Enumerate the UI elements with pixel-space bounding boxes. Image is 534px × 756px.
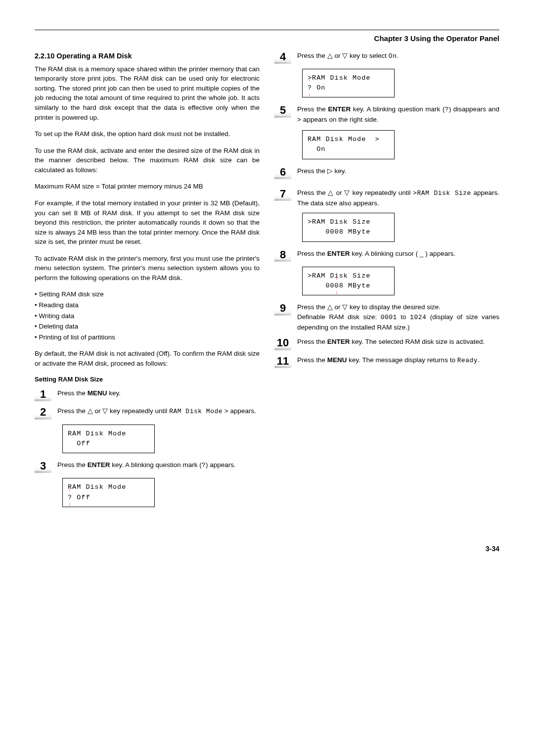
step-text: Press the ENTER key. A blinking question… <box>297 104 499 125</box>
step-number: 8 <box>274 249 291 262</box>
down-triangle-icon: ▽ <box>102 407 108 415</box>
para-7: By default, the RAM disk is not activate… <box>35 349 260 368</box>
lcd-line: 8 MByte <box>339 282 371 289</box>
blink-cursor: ↓?↑ <box>68 493 72 503</box>
lcd-line: >RAM Disk Size <box>308 272 370 280</box>
step-text: Press the ENTER key. A blinking cursor (… <box>297 249 499 259</box>
mono: 0001 <box>381 314 397 321</box>
step-text: Press the ▷ key. <box>297 166 499 176</box>
step-number: 6 <box>274 166 291 179</box>
mono: ? <box>202 462 206 469</box>
step-4: 4 Press the △ or ▽ key to select On. <box>274 51 499 64</box>
step-2: 2 Press the △ or ▽ key repeatedly until … <box>35 406 260 419</box>
step-number: 3 <box>35 460 51 473</box>
t: ) appears. <box>206 461 236 469</box>
lcd-line: 00 <box>308 282 335 289</box>
content-columns: 2.2.10 Operating a RAM Disk The RAM disk… <box>35 51 499 514</box>
bullet-item: Deleting data <box>35 322 260 331</box>
chapter-title: Chapter 3 Using the Operator Panel <box>35 33 499 44</box>
t: key. <box>107 389 121 397</box>
t: > appears. <box>222 407 256 415</box>
t: Press the <box>297 356 327 364</box>
para-5: For example, if the total memory install… <box>35 198 260 247</box>
t: or <box>333 303 343 311</box>
t: key. <box>333 167 347 175</box>
section-heading: 2.2.10 Operating a RAM Disk <box>35 51 260 61</box>
t: appears on the right side. <box>301 116 378 123</box>
para-6: To activate RAM disk in the printer's me… <box>35 254 260 283</box>
t: to <box>397 313 410 321</box>
step-number: 9 <box>274 302 291 315</box>
t: Press the <box>297 52 327 59</box>
step-number: 2 <box>35 406 51 419</box>
up-triangle-icon: △ <box>88 407 93 415</box>
menu-key: MENU <box>88 389 107 397</box>
t: key. A blinking question mark ( <box>110 461 202 469</box>
t: Press the <box>297 338 327 345</box>
step-text: Press the △ or ▽ key repeatedly until RA… <box>57 406 260 417</box>
up-triangle-icon: △ <box>327 52 333 59</box>
step-6: 6 Press the ▷ key. <box>274 166 499 179</box>
t: key to display the desired size. <box>348 303 441 311</box>
bullet-item: Setting RAM disk size <box>35 289 260 299</box>
blink-arrow-icon: ↑ <box>68 503 72 508</box>
t: key. The selected RAM disk size is activ… <box>350 338 485 345</box>
para-1: The RAM disk is a memory space shared wi… <box>35 64 260 122</box>
lcd-blink-char: 0 <box>335 282 339 289</box>
step-number: 11 <box>274 355 291 368</box>
t: Press the <box>57 389 88 397</box>
enter-key: ENTER <box>88 461 110 469</box>
blink-cursor: ↓?↑ <box>308 83 312 93</box>
down-triangle-icon: ▽ <box>342 52 348 59</box>
lcd-line: On <box>308 145 325 153</box>
lcd-line: Off <box>68 440 90 447</box>
t: key. The message display returns to <box>347 356 457 364</box>
blink-arrow-icon: ↓ <box>335 276 339 281</box>
step-text: Press the △ or ▽ key repeatedly until >R… <box>297 188 499 208</box>
step-8: 8 Press the ENTER key. A blinking cursor… <box>274 249 499 262</box>
lcd-line: >RAM Disk Mode <box>308 74 370 82</box>
t: Definable RAM disk size: <box>297 313 381 321</box>
lcd-line: >RAM Disk Size <box>308 218 370 226</box>
lcd-display: RAM Disk Mode ↓?↑ Off <box>62 478 155 507</box>
para-4: Maximum RAM size = Total printer memory … <box>35 182 260 191</box>
lcd-display: >RAM Disk Mode ↓?↑ On <box>302 69 395 98</box>
step-number: 4 <box>274 51 291 64</box>
mono: >RAM Disk Size <box>413 189 471 197</box>
t: Press the <box>297 105 328 113</box>
t: key. A blinking question mark ( <box>351 105 445 113</box>
lcd-line: 0008 MByte <box>308 228 370 236</box>
step-text: Press the △ or ▽ key to display the desi… <box>297 302 499 332</box>
lcd-display: >RAM Disk Size 0008 MByte <box>302 213 395 242</box>
step-text: Press the ENTER key. A blinking question… <box>57 460 260 471</box>
blink-arrow-icon: ↓ <box>308 78 312 83</box>
mono: 1024 <box>410 314 426 321</box>
t: Press the <box>297 189 328 196</box>
up-triangle-icon: △ <box>327 303 333 311</box>
step-number: 7 <box>274 188 291 201</box>
lcd-line: RAM Disk Mode <box>68 430 126 437</box>
step-1: 1 Press the MENU key. <box>35 388 260 401</box>
menu-key: MENU <box>327 356 347 364</box>
lcd-line: Off <box>72 494 90 501</box>
lcd-line: RAM Disk Mode <box>68 483 126 491</box>
step-text: Press the ENTER key. The selected RAM di… <box>297 337 499 347</box>
step-10: 10 Press the ENTER key. The selected RAM… <box>274 337 499 350</box>
left-column: 2.2.10 Operating a RAM Disk The RAM disk… <box>35 51 260 514</box>
bullet-item: Printing of list of partitions <box>35 332 260 342</box>
mono: RAM Disk Mode <box>169 408 222 415</box>
lcd-line: On <box>312 84 325 92</box>
t: key to select <box>348 52 389 59</box>
sub-heading: Setting RAM Disk Size <box>35 375 260 384</box>
t: key repeatedly until <box>108 407 169 415</box>
lcd-line: RAM Disk Mode > <box>308 136 380 143</box>
section-title: Operating a RAM Disk <box>56 52 132 60</box>
t: or <box>333 52 343 59</box>
lcd-display: RAM Disk Mode Off <box>62 425 155 454</box>
mono: On <box>389 52 397 60</box>
down-triangle-icon: ▽ <box>342 303 348 311</box>
lcd-q: ? <box>68 494 72 501</box>
enter-key: ENTER <box>327 338 350 345</box>
enter-key: ENTER <box>328 105 351 113</box>
step-number: 5 <box>274 104 291 117</box>
